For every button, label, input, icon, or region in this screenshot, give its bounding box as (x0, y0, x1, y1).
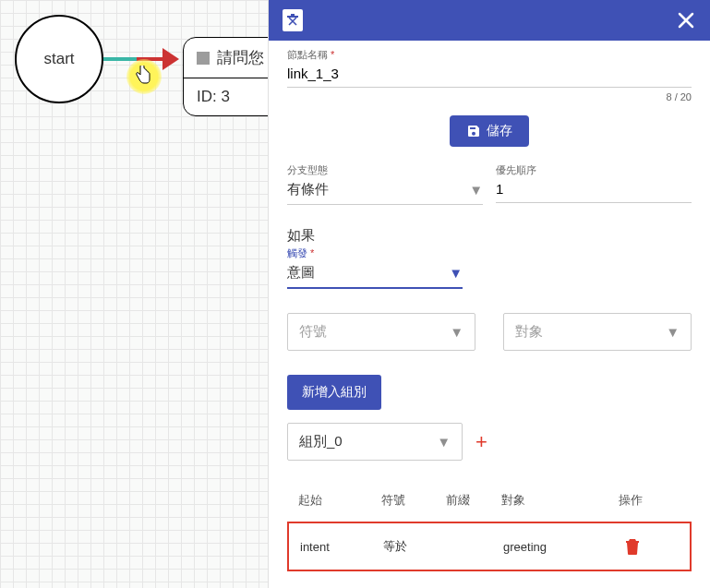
save-button[interactable]: 儲存 (450, 115, 529, 147)
node-name-label: 節點名稱 * (287, 48, 692, 62)
trash-icon (283, 9, 303, 31)
group-select[interactable]: 組別_0 ▼ (287, 423, 463, 461)
link-arrowhead (162, 48, 179, 70)
delete-row-button[interactable] (605, 538, 660, 555)
node-type-icon (197, 52, 210, 65)
pointer-hand-icon (135, 66, 151, 88)
node-name-counter: 8 / 20 (287, 91, 692, 102)
delete-button[interactable] (280, 7, 306, 33)
destination-title: 請問您 (217, 47, 264, 68)
col-object: 對象 (501, 492, 603, 509)
conditions-table: 起始 符號 前綴 對象 操作 intent 等於 greeting (287, 486, 692, 571)
col-action: 操作 (603, 492, 658, 509)
start-node-label: start (43, 50, 74, 68)
add-group-button[interactable]: 新增入組別 (287, 375, 381, 410)
trash-icon (625, 538, 640, 555)
svg-rect-0 (291, 14, 295, 16)
chevron-down-icon: ▼ (666, 324, 680, 340)
branch-type-label: 分支型態 (287, 163, 483, 177)
panel-header (269, 0, 710, 41)
save-icon (466, 124, 481, 138)
col-start: 起始 (298, 492, 381, 509)
properties-panel: 節點名稱 * 8 / 20 儲存 分支型態 有條件 ▼ 優先順序 如果 (268, 0, 710, 588)
cell-symbol: 等於 (383, 538, 448, 555)
chevron-down-icon: ▼ (449, 265, 463, 281)
table-row: intent 等於 greeting (289, 523, 690, 570)
col-symbol: 符號 (381, 492, 446, 509)
trigger-select[interactable]: 意圖 ▼ (287, 260, 463, 289)
svg-rect-1 (287, 16, 298, 18)
chevron-down-icon: ▼ (450, 324, 463, 340)
priority-label: 優先順序 (496, 163, 692, 177)
destination-id: ID: 3 (197, 88, 230, 106)
priority-input[interactable] (496, 177, 692, 203)
object-select[interactable]: 對象 ▼ (503, 313, 692, 351)
if-label: 如果 (287, 227, 692, 245)
node-name-input[interactable] (287, 62, 692, 88)
cursor-highlight (126, 59, 162, 94)
close-button[interactable] (673, 7, 699, 33)
trigger-label: 觸發 * (287, 246, 692, 260)
branch-type-select[interactable]: 有條件 ▼ (287, 177, 483, 205)
chevron-down-icon: ▼ (437, 434, 451, 450)
close-icon (677, 11, 695, 30)
chevron-down-icon: ▼ (469, 182, 483, 198)
flow-canvas[interactable]: start 請問您 ID: 3 (0, 0, 268, 588)
symbol-select[interactable]: 符號 ▼ (287, 313, 475, 351)
col-prefix: 前綴 (446, 492, 501, 509)
link-line (102, 57, 166, 61)
cell-start: intent (300, 540, 383, 554)
cell-object: greeting (503, 540, 605, 554)
add-icon[interactable]: + (475, 430, 487, 454)
start-node[interactable]: start (15, 15, 103, 103)
